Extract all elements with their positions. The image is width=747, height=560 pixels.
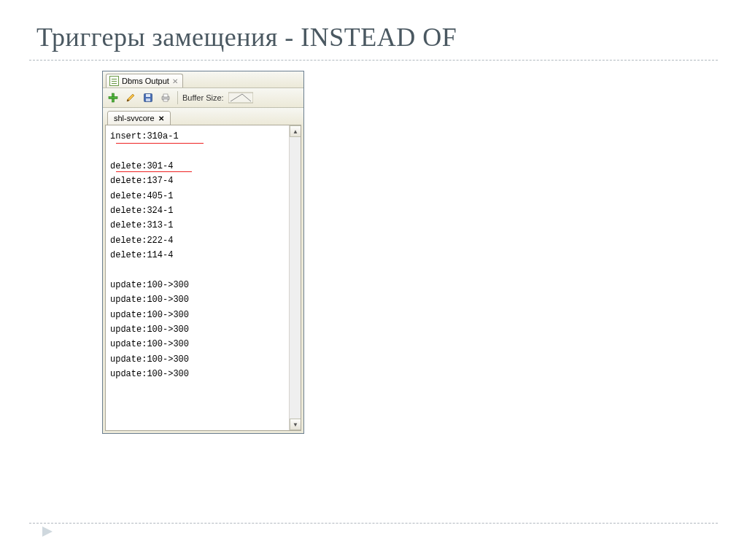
- output-text: insert:310a-1 delete:301-4 delete:137-4 …: [106, 125, 301, 386]
- svg-rect-9: [163, 99, 168, 101]
- connection-tab-bar: shl-svvcore ✕: [103, 108, 303, 125]
- title-divider: [29, 60, 718, 61]
- save-button[interactable]: [141, 90, 155, 105]
- output-area: insert:310a-1 delete:301-4 delete:137-4 …: [105, 125, 301, 431]
- dbms-output-panel: Dbms Output ✕: [102, 71, 304, 434]
- print-button[interactable]: [158, 90, 173, 105]
- svg-rect-5: [146, 94, 150, 97]
- svg-rect-8: [163, 94, 168, 97]
- vertical-scrollbar[interactable]: ▲ ▼: [289, 125, 301, 430]
- close-icon[interactable]: ✕: [172, 77, 178, 85]
- printer-icon: [160, 93, 171, 103]
- buffer-size-indicator: [228, 91, 253, 104]
- connection-tab-label: shl-svvcore: [114, 114, 155, 122]
- edit-button[interactable]: [123, 90, 138, 105]
- svg-marker-13: [42, 526, 53, 537]
- connection-tab[interactable]: shl-svvcore ✕: [107, 111, 171, 125]
- toolbar: Buffer Size:: [103, 88, 303, 108]
- scroll-up-button[interactable]: ▲: [290, 125, 301, 137]
- pencil-icon: [125, 93, 136, 103]
- footer-divider: [29, 523, 718, 524]
- plus-icon: [108, 93, 118, 103]
- svg-rect-1: [109, 97, 117, 99]
- floppy-icon: [143, 93, 153, 103]
- next-slide-arrow-icon: [40, 524, 56, 540]
- close-icon[interactable]: ✕: [158, 114, 164, 122]
- annotation-underline: [116, 171, 192, 172]
- add-button[interactable]: [106, 90, 120, 105]
- buffer-size-label: Buffer Size:: [182, 93, 224, 102]
- scroll-down-button[interactable]: ▼: [290, 419, 301, 430]
- svg-rect-10: [228, 93, 253, 103]
- slide-title: Триггеры замещения - INSTEAD OF: [0, 0, 747, 60]
- document-icon: [109, 76, 119, 86]
- annotation-underline: [116, 143, 204, 144]
- panel-tab-bar: Dbms Output ✕: [103, 71, 303, 88]
- tab-label: Dbms Output: [122, 77, 169, 85]
- toolbar-separator: [177, 91, 178, 104]
- tab-dbms-output[interactable]: Dbms Output ✕: [106, 74, 183, 88]
- svg-rect-6: [146, 98, 150, 101]
